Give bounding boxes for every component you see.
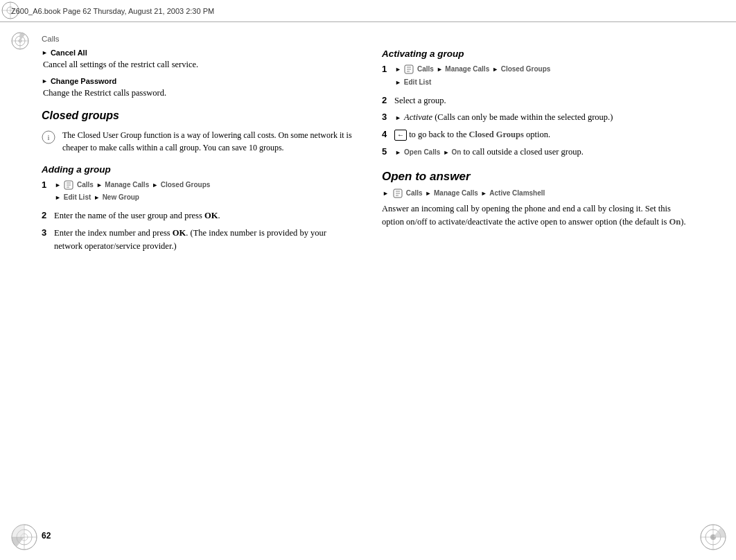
cancel-all-heading: ► Cancel All	[42, 49, 354, 57]
corner-mark-tl	[10, 30, 29, 50]
act-step-1-menu-path-line2: ► Edit List	[394, 77, 694, 88]
adding-step-2: 2 Enter the name of the user group and p…	[42, 209, 354, 222]
svg-text:i: i	[47, 133, 49, 141]
page-container: Z600_A6.book Page 62 Thursday, August 21…	[0, 0, 736, 560]
step-1-menu-path-line1: ► Calls ►	[54, 179, 354, 191]
adding-step-3: 3 Enter the index number and press OK. (…	[42, 227, 354, 253]
activating-step-2: 2 Select a group.	[382, 94, 694, 107]
section-title: Calls	[42, 35, 694, 43]
act-step-3-content: ► Activate (Calls can only be made withi…	[394, 111, 694, 124]
left-column: ► Cancel All Cancel all settings of the …	[42, 49, 354, 525]
step1-arrow1: ►	[55, 182, 61, 189]
right-column: Activating a group 1 ►	[382, 49, 694, 525]
step-num-3: 3	[42, 227, 54, 238]
act-step-num-2: 2	[382, 94, 394, 105]
header-text: Z600_A6.book Page 62 Thursday, August 21…	[11, 7, 214, 15]
act-step-2-content: Select a group.	[394, 94, 694, 107]
cancel-all-body: Cancel all settings of the restrict call…	[43, 58, 354, 71]
activating-step-5: 5 ► Open Calls ► On to call outside a cl…	[382, 146, 694, 159]
act-step-num-1: 1	[382, 63, 394, 74]
step-2-content: Enter the name of the user group and pre…	[54, 209, 354, 222]
act-step-1-content: ► Calls ► Manage Calls	[394, 63, 694, 90]
header-bar: Z600_A6.book Page 62 Thursday, August 21…	[0, 0, 736, 22]
open-to-answer-heading: Open to answer	[382, 170, 694, 184]
act-step-4-content: ← to go back to the Closed Groups option…	[394, 128, 694, 141]
activating-step-4: 4 ← to go back to the Closed Groups opti…	[382, 128, 694, 141]
step-num-2: 2	[42, 209, 54, 220]
step-3-content: Enter the index number and press OK. (Th…	[54, 227, 354, 253]
arrow-icon-password: ►	[42, 78, 48, 85]
corner-mark-bl	[10, 523, 37, 550]
open-to-answer-menu-path: ► Calls ► Manage Calls ► Active Clamshel…	[382, 188, 694, 199]
ok-label-3: OK	[173, 228, 186, 238]
back-key-icon: ←	[394, 130, 407, 141]
corner-mark-br	[699, 523, 726, 550]
act-step-num-5: 5	[382, 146, 394, 157]
step-num-1: 1	[42, 179, 54, 190]
activating-step-3: 3 ► Activate (Calls can only be made wit…	[382, 111, 694, 124]
on-label: On	[669, 217, 681, 227]
activating-a-group-heading: Activating a group	[382, 49, 694, 59]
open-to-answer-body: Answer an incoming call by opening the p…	[382, 202, 694, 229]
act-step-1-menu-path-line1: ► Calls ► Manage Calls	[394, 63, 694, 75]
act-step-num-4: 4	[382, 128, 394, 139]
step-1-menu-path-line2: ► Edit List ► New Group	[54, 192, 354, 203]
activate-label: Activate	[404, 112, 432, 122]
closed-groups-note-text: The Closed User Group function is a way …	[62, 129, 354, 155]
closed-groups-heading: Closed groups	[42, 110, 354, 122]
activating-step-1: 1 ► Calls	[382, 63, 694, 90]
closed-groups-ref: Closed Groups	[469, 130, 524, 139]
ok-label-2: OK	[204, 211, 218, 220]
act-step-5-content: ► Open Calls ► On to call outside a clos…	[394, 146, 694, 159]
change-password-body: Change the Restrict calls password.	[43, 87, 354, 100]
note-icon: i	[42, 130, 57, 147]
two-column-layout: ► Cancel All Cancel all settings of the …	[42, 49, 694, 525]
adding-a-group-heading: Adding a group	[42, 164, 354, 175]
arrow-icon-cancel: ►	[42, 49, 48, 56]
step-1-content: ► Calls ►	[54, 179, 354, 206]
page-number: 62	[42, 531, 51, 541]
change-password-heading: ► Change Password	[42, 77, 354, 85]
closed-groups-note-row: i The Closed User Group function is a wa…	[42, 129, 354, 155]
main-content: Calls ► Cancel All Cancel all settings o…	[42, 22, 694, 525]
adding-step-1: 1 ► C	[42, 179, 354, 206]
act-step-num-3: 3	[382, 111, 394, 122]
